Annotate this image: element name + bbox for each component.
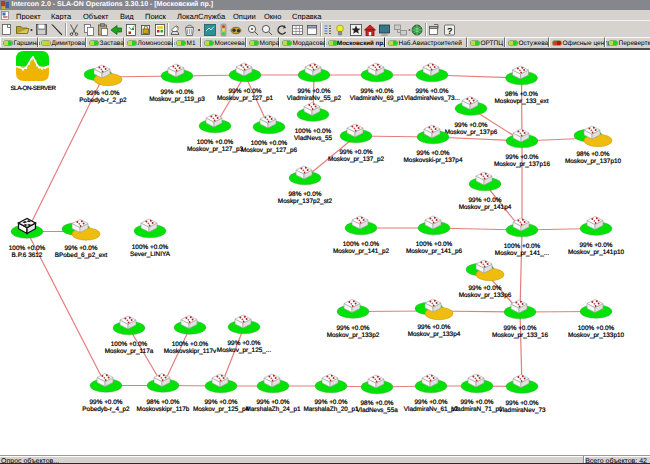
svg-text:100% +0.0%: 100% +0.0% — [251, 140, 288, 147]
svg-text:99% +0.0%: 99% +0.0% — [298, 88, 331, 95]
svg-text:VladNevs_55: VladNevs_55 — [294, 135, 332, 142]
svg-text:99% +0.0%: 99% +0.0% — [461, 399, 494, 406]
svg-text:Sever_LINIYA: Sever_LINIYA — [130, 251, 171, 258]
svg-text:100% +0.0%: 100% +0.0% — [197, 139, 234, 146]
svg-text:MarshalaZh_20_p1: MarshalaZh_20_p1 — [303, 406, 359, 413]
svg-text:99% +0.0%: 99% +0.0% — [337, 325, 370, 332]
svg-text:Moskov_pr_141_p6: Moskov_pr_141_p6 — [406, 248, 463, 255]
svg-text:100% +0.0%: 100% +0.0% — [295, 128, 332, 135]
svg-text:99% +0.0%: 99% +0.0% — [416, 88, 449, 95]
svg-text:99% +0.0%: 99% +0.0% — [87, 90, 120, 97]
svg-text:Moskov_pr_141p10: Moskov_pr_141p10 — [568, 249, 625, 256]
svg-text:BPobed_6_p2_ext: BPobed_6_p2_ext — [55, 252, 108, 259]
svg-text:99% +0.0%: 99% +0.0% — [417, 150, 450, 157]
svg-text:SLA-ON-SERVER: SLA-ON-SERVER — [10, 85, 56, 92]
svg-text:99% +0.0%: 99% +0.0% — [506, 154, 539, 161]
svg-text:Moskov_pr_127_p1: Moskov_pr_127_p1 — [217, 95, 274, 102]
svg-text:100% +0.0%: 100% +0.0% — [9, 245, 46, 252]
svg-text:Moskovskipr_117v: Moskovskipr_117v — [164, 348, 217, 355]
svg-text:100% +0.0%: 100% +0.0% — [343, 241, 380, 248]
svg-text:Moskovski-pr_137p4: Moskovski-pr_137p4 — [404, 157, 463, 164]
svg-text:Moskov_pr_133p4: Moskov_pr_133p4 — [408, 331, 461, 338]
svg-text:Moskov_pr_125_p4: Moskov_pr_125_p4 — [193, 406, 250, 413]
svg-text:VladmiraNev_73: VladmiraNev_73 — [498, 407, 546, 414]
svg-text:98% +0.0%: 98% +0.0% — [577, 151, 610, 158]
svg-text:98% +0.0%: 98% +0.0% — [147, 399, 180, 406]
svg-text:Moskov_pr_137_p2: Moskov_pr_137_p2 — [328, 156, 385, 163]
svg-text:Moskov_pr_137p16: Moskov_pr_137p16 — [494, 161, 551, 168]
svg-text:99% +0.0%: 99% +0.0% — [205, 399, 238, 406]
svg-text:MarshalaZh_24_p1: MarshalaZh_24_p1 — [245, 406, 301, 413]
svg-text:Moskov_pr_133p10: Moskov_pr_133p10 — [568, 332, 625, 339]
svg-text:VladmiraNv_55_p2: VladmiraNv_55_p2 — [287, 95, 342, 102]
svg-text:Moskov_pr_125_...: Moskov_pr_125_... — [217, 347, 272, 354]
svg-text:99% +0.0%: 99% +0.0% — [65, 245, 98, 252]
svg-text:99% +0.0%: 99% +0.0% — [257, 399, 290, 406]
svg-text:99% +0.0%: 99% +0.0% — [340, 149, 373, 156]
svg-text:Pobedyb-r_2_p2: Pobedyb-r_2_p2 — [79, 97, 127, 104]
svg-text:100% +0.0%: 100% +0.0% — [111, 341, 148, 348]
svg-text:Moskov_pr_137p10: Moskov_pr_137p10 — [565, 158, 622, 165]
svg-text:Moskov_pr_141_p2: Moskov_pr_141_p2 — [333, 248, 390, 255]
svg-text:Moskpr_137p2_st2: Moskpr_137p2_st2 — [278, 198, 333, 205]
svg-text:99% +0.0%: 99% +0.0% — [418, 324, 451, 331]
svg-text:Moskov_pr_127_p3: Moskov_pr_127_p3 — [187, 146, 244, 153]
svg-text:99% +0.0%: 99% +0.0% — [469, 197, 502, 204]
svg-text:Moskov_pr_117a: Moskov_pr_117a — [105, 348, 154, 355]
svg-text:99% +0.0%: 99% +0.0% — [315, 399, 348, 406]
svg-text:100% +0.0%: 100% +0.0% — [172, 341, 209, 348]
svg-text:99% +0.0%: 99% +0.0% — [90, 399, 123, 406]
svg-text:99% +0.0%: 99% +0.0% — [504, 325, 537, 332]
svg-text:Moskov_pr_137p6: Moskov_pr_137p6 — [445, 129, 498, 136]
svg-text:100% +0.0%: 100% +0.0% — [578, 325, 615, 332]
svg-text:99% +0.0%: 99% +0.0% — [469, 285, 502, 292]
svg-text:Moskov_pr_119_p3: Moskov_pr_119_p3 — [149, 96, 205, 103]
svg-text:Moskov_pr_141_...: Moskov_pr_141_... — [495, 250, 550, 257]
svg-text:Moskov_pr_133p6: Moskov_pr_133p6 — [459, 292, 512, 299]
svg-text:B.P.6 3612: B.P.6 3612 — [12, 252, 43, 259]
svg-text:Moskov_pr_133_16: Moskov_pr_133_16 — [492, 332, 549, 339]
svg-text:VladmiraNv_69_p1: VladmiraNv_69_p1 — [350, 95, 405, 102]
svg-text:Moskov_pr_133p2: Moskov_pr_133p2 — [327, 332, 380, 339]
svg-text:98% +0.0%: 98% +0.0% — [289, 191, 322, 198]
svg-text:VladNevs_55a: VladNevs_55a — [356, 407, 398, 414]
svg-text:99% +0.0%: 99% +0.0% — [228, 340, 261, 347]
svg-text:VladmiraNv_61_p2: VladmiraNv_61_p2 — [404, 406, 459, 413]
svg-text:Moskovskipr_117b: Moskovskipr_117b — [137, 406, 190, 413]
svg-text:99% +0.0%: 99% +0.0% — [161, 89, 194, 96]
svg-text:?: ? — [447, 26, 453, 36]
svg-text:99% +0.0%: 99% +0.0% — [506, 400, 539, 407]
svg-text:100% +0.0%: 100% +0.0% — [504, 243, 541, 250]
svg-text:99% +0.0%: 99% +0.0% — [415, 399, 448, 406]
svg-text:99% +0.0%: 99% +0.0% — [455, 122, 488, 129]
svg-text:Moskov_pr_127_p6: Moskov_pr_127_p6 — [241, 147, 298, 154]
svg-text:99% +0.0%: 99% +0.0% — [229, 88, 262, 95]
svg-text:100% +0.0%: 100% +0.0% — [132, 244, 169, 251]
svg-text:99% +0.0%: 99% +0.0% — [580, 242, 613, 249]
svg-text:Moskovpr_133_ext: Moskovpr_133_ext — [495, 98, 549, 105]
svg-text:98% +0.0%: 98% +0.0% — [361, 400, 394, 407]
svg-text:100% +0.0%: 100% +0.0% — [416, 241, 453, 248]
svg-text:99% +0.0%: 99% +0.0% — [361, 88, 394, 95]
svg-text:98% +0.0%: 98% +0.0% — [505, 91, 538, 98]
svg-text:Pobedyb-r_4_p2: Pobedyb-r_4_p2 — [82, 406, 130, 413]
svg-text:Moskov_pr_141p4: Moskov_pr_141p4 — [459, 204, 512, 211]
svg-text:VladmiraNevs_73...: VladmiraNevs_73... — [404, 95, 460, 102]
svg-text:VladmiraN_71_p1: VladmiraN_71_p1 — [451, 406, 503, 413]
